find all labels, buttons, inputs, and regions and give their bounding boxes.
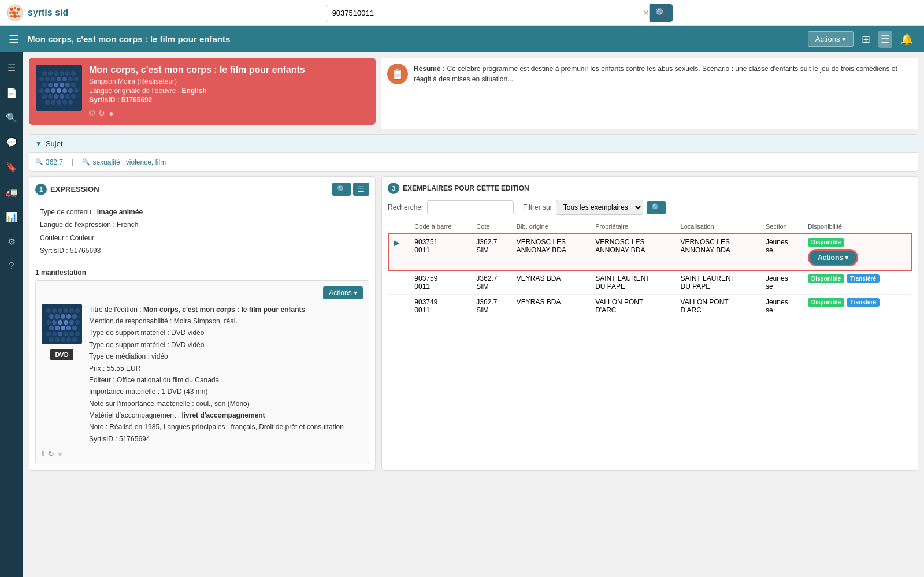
- search-bar: ✕ 🔍: [326, 4, 673, 22]
- content-area: Mon corps, c'est mon corps : le film pou…: [23, 52, 924, 577]
- disponibilite-cell: Disponible Actions ▾: [803, 234, 911, 270]
- svg-point-34: [62, 88, 67, 93]
- manif-syrtis-row: SyrtisID : 51765694: [89, 433, 363, 445]
- svg-point-54: [75, 308, 80, 313]
- svg-point-31: [45, 88, 50, 93]
- exemplaires-search-input[interactable]: [427, 200, 514, 214]
- search-clear-icon[interactable]: ✕: [643, 8, 650, 17]
- subject-header[interactable]: ▼ Sujet: [29, 135, 918, 153]
- svg-point-22: [68, 77, 73, 81]
- sidebar-bookmark-icon[interactable]: 🔖: [0, 157, 23, 177]
- svg-point-13: [54, 71, 58, 76]
- subject-tag-1[interactable]: 🔍 362.7: [35, 158, 63, 166]
- expression-title: 1 EXPRESSION: [35, 184, 99, 195]
- svg-point-61: [52, 320, 57, 325]
- table-row: ▶ 9037510011 J362.7SIM VERNOSC LESANNONA…: [388, 234, 911, 270]
- search-label: Rechercher: [388, 203, 424, 211]
- expression-header: 1 EXPRESSION 🔍 ☰: [35, 183, 369, 196]
- grid-view-button[interactable]: ⊞: [859, 31, 873, 48]
- svg-point-17: [39, 77, 44, 81]
- svg-point-33: [57, 88, 61, 93]
- refresh2-icon[interactable]: ↻: [48, 449, 54, 458]
- svg-point-24: [42, 83, 47, 87]
- summary-icon: 📋: [387, 64, 408, 84]
- svg-point-65: [75, 320, 80, 325]
- sidebar-document-icon[interactable]: 📄: [0, 83, 23, 103]
- svg-point-80: [66, 337, 71, 342]
- section-cell: Jeunesse: [761, 234, 803, 270]
- exemplaires-number-badge: 3: [388, 183, 399, 194]
- expression-filter-btn[interactable]: ☰: [353, 183, 369, 196]
- sidebar: ☰ 📄 🔍 💬 🔖 🚛 📊 ⚙ ?: [0, 52, 23, 577]
- localisation-cell-2: SAINT LAURENTDU PAPE: [676, 270, 761, 295]
- svg-point-5: [12, 11, 16, 14]
- manif-material-row: Matériel d'accompagnement : livret d'acc…: [89, 410, 363, 421]
- manif-note-row: Note : Réalisé en 1985, Langues principa…: [89, 421, 363, 433]
- svg-point-30: [39, 88, 44, 93]
- manifestation-details: DVD Titre de l'édition : Mon corps, c'es…: [42, 304, 363, 445]
- expand-arrow-icon[interactable]: ▶: [394, 238, 400, 247]
- sidebar-chart-icon[interactable]: 📊: [0, 207, 23, 227]
- logo-icon: [6, 3, 24, 22]
- menu-icon[interactable]: ☰: [9, 32, 19, 46]
- svg-point-39: [54, 94, 58, 99]
- sidebar-help-icon[interactable]: ?: [0, 256, 23, 276]
- svg-point-20: [57, 77, 61, 81]
- list-view-button[interactable]: ☰: [878, 31, 892, 48]
- expression-number-badge: 1: [35, 184, 47, 195]
- exemplaires-search-button[interactable]: 🔍: [647, 201, 666, 214]
- svg-point-77: [49, 337, 54, 342]
- refresh-icon[interactable]: ↻: [98, 109, 105, 118]
- bell-button[interactable]: 🔔: [898, 31, 915, 48]
- manif-editor-row: Editeur : Office national du film du Can…: [89, 374, 363, 386]
- exemplaires-table-body: ▶ 9037510011 J362.7SIM VERNOSC LESANNONA…: [388, 234, 911, 318]
- exemplaires-table: Code à barre Cote Bib. origine Propriéta…: [388, 219, 912, 318]
- svg-point-2: [14, 7, 16, 9]
- svg-point-79: [61, 337, 65, 342]
- svg-point-50: [52, 308, 57, 313]
- sidebar-search-icon[interactable]: 🔍: [0, 107, 23, 128]
- record-info: Mon corps, c'est mon corps : le film pou…: [89, 65, 369, 118]
- disponible-badge: Disponible: [808, 238, 844, 247]
- manifestation-actions-btn[interactable]: Actions ▾: [323, 286, 363, 299]
- svg-point-67: [55, 326, 60, 330]
- actions-button[interactable]: Actions ▾: [808, 31, 854, 47]
- svg-point-46: [62, 100, 67, 105]
- sidebar-settings-icon[interactable]: ⚙: [0, 232, 23, 252]
- sidebar-truck-icon[interactable]: 🚛: [0, 182, 23, 202]
- bib-origine-cell: VERNOSC LESANNONAY BDA: [512, 234, 591, 270]
- localisation-cell-3: VALLON PONTD'ARC: [676, 295, 761, 318]
- col-proprietaire: Propriétaire: [591, 219, 676, 234]
- content-type-row: Type de contenu : image animée: [40, 206, 365, 218]
- search-button[interactable]: 🔍: [650, 4, 673, 22]
- col-cote: Cote: [472, 219, 511, 234]
- svg-point-68: [61, 326, 65, 330]
- sidebar-menu-icon[interactable]: ☰: [0, 58, 23, 78]
- svg-point-9: [17, 15, 20, 17]
- svg-point-43: [45, 100, 50, 105]
- subject-tag-2[interactable]: 🔍 sexualité : violence, film: [82, 158, 166, 166]
- svg-point-74: [64, 332, 68, 336]
- exemplaires-filter-select[interactable]: Tous les exemplaires: [556, 200, 643, 215]
- manifestation-card: Actions ▾: [35, 280, 369, 465]
- actions-circled-button[interactable]: Actions ▾: [808, 249, 858, 266]
- expression-meta: Type de contenu : image animée Langue de…: [35, 202, 369, 263]
- svg-point-42: [71, 94, 76, 99]
- section-cell-2: Jeunesse: [761, 270, 803, 295]
- svg-point-66: [49, 326, 54, 330]
- exemplaires-panel: 3 EXEMPLAIRES POUR CETTE EDITION Recherc…: [381, 176, 918, 471]
- expand-cell-2: [388, 270, 410, 295]
- manifestation-thumb-image: [42, 304, 82, 344]
- svg-point-52: [64, 308, 68, 313]
- search-input[interactable]: [326, 5, 650, 21]
- expression-search-btn[interactable]: 🔍: [332, 183, 351, 196]
- svg-point-70: [72, 326, 77, 330]
- nav-bar: ☰ Mon corps, c'est mon corps : le film p…: [0, 26, 924, 52]
- record-language-row: Langue originale de l'oeuvre : English: [89, 87, 369, 95]
- info-icon: ℹ: [42, 449, 44, 458]
- svg-point-60: [46, 320, 51, 325]
- sidebar-chat-icon[interactable]: 💬: [0, 132, 23, 152]
- subject-label: Sujet: [46, 139, 63, 148]
- record-title: Mon corps, c'est mon corps : le film pou…: [89, 65, 369, 75]
- summary-card: 📋 Résumé : Ce célèbre programme est dest…: [381, 58, 918, 129]
